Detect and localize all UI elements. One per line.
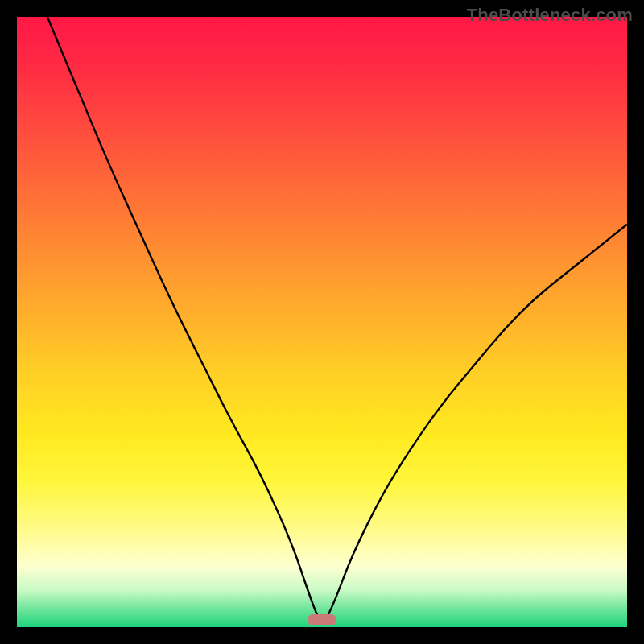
plot-area xyxy=(17,17,627,627)
curve-path xyxy=(47,17,627,621)
watermark-label: TheBottleneck.com xyxy=(467,5,633,26)
bottleneck-curve xyxy=(17,17,627,627)
chart-frame: TheBottleneck.com xyxy=(0,0,644,644)
optimal-point-marker xyxy=(308,614,336,625)
